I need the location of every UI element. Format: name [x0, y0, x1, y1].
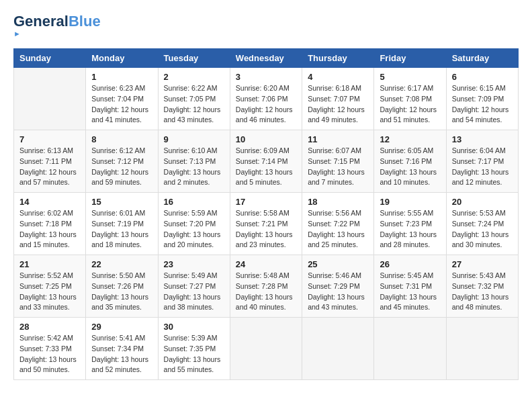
- day-number: 20: [452, 197, 513, 207]
- calendar-cell: 2Sunrise: 6:22 AMSunset: 7:05 PMDaylight…: [158, 68, 230, 130]
- weekday-header-sunday: Sunday: [14, 49, 86, 68]
- weekday-header-wednesday: Wednesday: [230, 49, 302, 68]
- day-info: Sunrise: 6:18 AMSunset: 7:07 PMDaylight:…: [308, 83, 368, 126]
- calendar-cell: 22Sunrise: 5:50 AMSunset: 7:26 PMDayligh…: [86, 255, 158, 318]
- day-info: Sunrise: 6:10 AMSunset: 7:13 PMDaylight:…: [164, 146, 224, 188]
- day-number: 11: [308, 134, 368, 144]
- weekday-header-thursday: Thursday: [302, 49, 374, 68]
- weekday-header-monday: Monday: [86, 49, 158, 68]
- calendar-cell: 30Sunrise: 5:39 AMSunset: 7:35 PMDayligh…: [158, 318, 230, 380]
- calendar-cell: 20Sunrise: 5:53 AMSunset: 7:24 PMDayligh…: [446, 193, 518, 255]
- day-number: 12: [380, 134, 440, 144]
- logo-general: General: [13, 13, 69, 30]
- calendar-cell: 3Sunrise: 6:20 AMSunset: 7:06 PMDaylight…: [230, 68, 302, 130]
- day-number: 30: [164, 322, 224, 332]
- calendar-cell: 16Sunrise: 5:59 AMSunset: 7:20 PMDayligh…: [158, 193, 230, 255]
- day-info: Sunrise: 6:22 AMSunset: 7:05 PMDaylight:…: [164, 83, 224, 126]
- calendar-cell: 27Sunrise: 5:43 AMSunset: 7:32 PMDayligh…: [446, 255, 518, 318]
- calendar-cell: 12Sunrise: 6:05 AMSunset: 7:16 PMDayligh…: [374, 130, 446, 193]
- day-number: 28: [19, 322, 80, 332]
- calendar-week-row: 7Sunrise: 6:13 AMSunset: 7:11 PMDaylight…: [14, 130, 519, 193]
- day-number: 6: [452, 72, 513, 82]
- calendar-cell: 11Sunrise: 6:07 AMSunset: 7:15 PMDayligh…: [302, 130, 374, 193]
- day-number: 15: [91, 197, 152, 207]
- calendar-cell: [230, 318, 302, 380]
- day-info: Sunrise: 6:23 AMSunset: 7:04 PMDaylight:…: [91, 83, 152, 126]
- calendar-cell: 9Sunrise: 6:10 AMSunset: 7:13 PMDaylight…: [158, 130, 230, 193]
- calendar-cell: 28Sunrise: 5:42 AMSunset: 7:33 PMDayligh…: [14, 318, 86, 380]
- calendar-cell: 5Sunrise: 6:17 AMSunset: 7:08 PMDaylight…: [374, 68, 446, 130]
- day-info: Sunrise: 5:52 AMSunset: 7:25 PMDaylight:…: [19, 271, 80, 313]
- calendar-cell: 1Sunrise: 6:23 AMSunset: 7:04 PMDaylight…: [86, 68, 158, 130]
- day-info: Sunrise: 6:13 AMSunset: 7:11 PMDaylight:…: [19, 146, 80, 188]
- calendar-cell: 6Sunrise: 6:15 AMSunset: 7:09 PMDaylight…: [446, 68, 518, 130]
- weekday-header-friday: Friday: [374, 49, 446, 68]
- day-number: 26: [380, 259, 440, 269]
- calendar-cell: 23Sunrise: 5:49 AMSunset: 7:27 PMDayligh…: [158, 255, 230, 318]
- day-number: 3: [236, 72, 296, 82]
- day-info: Sunrise: 6:02 AMSunset: 7:18 PMDaylight:…: [19, 208, 80, 250]
- calendar-cell: 13Sunrise: 6:04 AMSunset: 7:17 PMDayligh…: [446, 130, 518, 193]
- day-number: 17: [236, 197, 296, 207]
- day-info: Sunrise: 5:45 AMSunset: 7:31 PMDaylight:…: [380, 271, 440, 313]
- day-number: 13: [452, 134, 513, 144]
- calendar-cell: 29Sunrise: 5:41 AMSunset: 7:34 PMDayligh…: [86, 318, 158, 380]
- calendar-cell: 10Sunrise: 6:09 AMSunset: 7:14 PMDayligh…: [230, 130, 302, 193]
- day-info: Sunrise: 6:01 AMSunset: 7:19 PMDaylight:…: [91, 208, 152, 250]
- day-info: Sunrise: 5:49 AMSunset: 7:27 PMDaylight:…: [164, 271, 224, 313]
- day-info: Sunrise: 5:48 AMSunset: 7:28 PMDaylight:…: [236, 271, 296, 313]
- calendar-cell: 18Sunrise: 5:56 AMSunset: 7:22 PMDayligh…: [302, 193, 374, 255]
- day-number: 4: [308, 72, 368, 82]
- day-number: 18: [308, 197, 368, 207]
- day-number: 19: [380, 197, 440, 207]
- calendar-cell: 24Sunrise: 5:48 AMSunset: 7:28 PMDayligh…: [230, 255, 302, 318]
- logo: GeneralBlue ►: [13, 13, 101, 38]
- day-info: Sunrise: 6:04 AMSunset: 7:17 PMDaylight:…: [452, 146, 513, 188]
- day-number: 10: [236, 134, 296, 144]
- calendar-week-row: 21Sunrise: 5:52 AMSunset: 7:25 PMDayligh…: [14, 255, 519, 318]
- calendar-cell: [14, 68, 86, 130]
- day-number: 9: [164, 134, 224, 144]
- day-info: Sunrise: 5:42 AMSunset: 7:33 PMDaylight:…: [19, 333, 80, 375]
- day-info: Sunrise: 5:58 AMSunset: 7:21 PMDaylight:…: [236, 208, 296, 250]
- day-number: 1: [91, 72, 152, 82]
- logo-subtitle: ►: [13, 30, 21, 38]
- day-number: 22: [91, 259, 152, 269]
- day-info: Sunrise: 5:50 AMSunset: 7:26 PMDaylight:…: [91, 271, 152, 313]
- day-info: Sunrise: 5:55 AMSunset: 7:23 PMDaylight:…: [380, 208, 440, 250]
- day-info: Sunrise: 5:59 AMSunset: 7:20 PMDaylight:…: [164, 208, 224, 250]
- calendar-cell: [446, 318, 518, 380]
- calendar-cell: [302, 318, 374, 380]
- calendar-cell: 26Sunrise: 5:45 AMSunset: 7:31 PMDayligh…: [374, 255, 446, 318]
- day-number: 29: [91, 322, 152, 332]
- day-info: Sunrise: 6:20 AMSunset: 7:06 PMDaylight:…: [236, 83, 296, 126]
- day-number: 23: [164, 259, 224, 269]
- day-info: Sunrise: 6:15 AMSunset: 7:09 PMDaylight:…: [452, 83, 513, 126]
- logo-text: GeneralBlue: [13, 13, 101, 30]
- day-info: Sunrise: 5:39 AMSunset: 7:35 PMDaylight:…: [164, 333, 224, 375]
- day-info: Sunrise: 5:46 AMSunset: 7:29 PMDaylight:…: [308, 271, 368, 313]
- calendar-cell: 8Sunrise: 6:12 AMSunset: 7:12 PMDaylight…: [86, 130, 158, 193]
- calendar-cell: 25Sunrise: 5:46 AMSunset: 7:29 PMDayligh…: [302, 255, 374, 318]
- calendar-table: SundayMondayTuesdayWednesdayThursdayFrid…: [13, 48, 519, 380]
- day-info: Sunrise: 5:53 AMSunset: 7:24 PMDaylight:…: [452, 208, 513, 250]
- day-number: 7: [19, 134, 80, 144]
- day-info: Sunrise: 6:17 AMSunset: 7:08 PMDaylight:…: [380, 83, 440, 126]
- calendar-cell: 17Sunrise: 5:58 AMSunset: 7:21 PMDayligh…: [230, 193, 302, 255]
- day-number: 25: [308, 259, 368, 269]
- day-number: 2: [164, 72, 224, 82]
- calendar-cell: 14Sunrise: 6:02 AMSunset: 7:18 PMDayligh…: [14, 193, 86, 255]
- logo-blue: Blue: [69, 13, 101, 30]
- day-info: Sunrise: 5:41 AMSunset: 7:34 PMDaylight:…: [91, 333, 152, 375]
- calendar-week-row: 1Sunrise: 6:23 AMSunset: 7:04 PMDaylight…: [14, 68, 519, 130]
- calendar-week-row: 28Sunrise: 5:42 AMSunset: 7:33 PMDayligh…: [14, 318, 519, 380]
- weekday-header-saturday: Saturday: [446, 49, 518, 68]
- day-number: 5: [380, 72, 440, 82]
- day-info: Sunrise: 6:12 AMSunset: 7:12 PMDaylight:…: [91, 146, 152, 188]
- day-info: Sunrise: 6:07 AMSunset: 7:15 PMDaylight:…: [308, 146, 368, 188]
- calendar-cell: 4Sunrise: 6:18 AMSunset: 7:07 PMDaylight…: [302, 68, 374, 130]
- calendar-week-row: 14Sunrise: 6:02 AMSunset: 7:18 PMDayligh…: [14, 193, 519, 255]
- day-number: 24: [236, 259, 296, 269]
- page-header: GeneralBlue ►: [13, 13, 519, 38]
- calendar-cell: 21Sunrise: 5:52 AMSunset: 7:25 PMDayligh…: [14, 255, 86, 318]
